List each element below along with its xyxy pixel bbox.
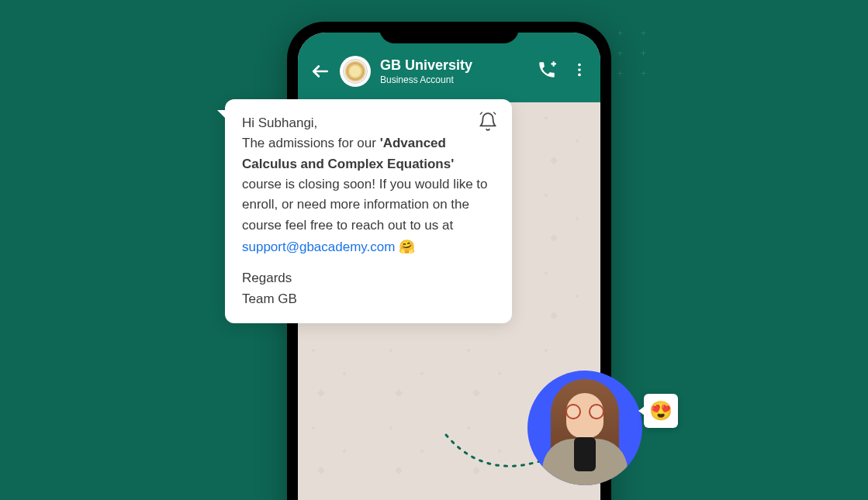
reaction-callout: 😍 <box>644 394 678 428</box>
deco-plus: + <box>617 68 623 79</box>
contact-subtitle: Business Account <box>380 74 527 85</box>
contact-avatar[interactable] <box>340 56 371 87</box>
deco-plus: + <box>617 28 623 39</box>
signature-regards: Regards <box>242 268 495 288</box>
message-greeting: Hi Subhangi, <box>242 113 495 133</box>
user-photo <box>527 371 642 485</box>
svg-point-2 <box>578 68 581 71</box>
header-actions <box>537 60 588 83</box>
incoming-message: Hi Subhangi, The admissions for our 'Adv… <box>225 99 512 323</box>
message-signature: Regards Team GB <box>242 268 495 309</box>
more-options-button[interactable] <box>571 61 588 81</box>
phone-notch <box>379 22 519 43</box>
back-button[interactable] <box>310 61 330 81</box>
signature-team: Team GB <box>242 289 495 309</box>
heart-eyes-emoji: 😍 <box>649 400 673 422</box>
message-text-pre: The admissions for our <box>242 136 380 150</box>
more-vertical-icon <box>571 61 588 78</box>
svg-point-1 <box>578 64 581 67</box>
person-illustration <box>534 373 635 485</box>
notification-bell-icon <box>478 112 498 138</box>
svg-point-3 <box>578 74 581 77</box>
contact-name: GB University <box>380 57 527 74</box>
deco-plus: + <box>641 48 646 59</box>
message-text-post: course is closing soon! If you would lik… <box>242 177 488 233</box>
hugging-face-emoji: 🤗 <box>399 240 415 254</box>
svg-line-5 <box>494 112 496 114</box>
arrow-left-icon <box>310 61 330 81</box>
phone-plus-icon <box>537 60 557 80</box>
avatar-image <box>343 59 368 84</box>
deco-plus: + <box>641 68 646 79</box>
deco-plus: + <box>641 28 646 39</box>
svg-line-4 <box>480 112 482 114</box>
deco-plus: + <box>617 48 623 59</box>
add-call-button[interactable] <box>537 60 557 83</box>
support-email-link[interactable]: support@gbacademy.com <box>242 240 395 254</box>
header-text[interactable]: GB University Business Account <box>380 57 527 85</box>
